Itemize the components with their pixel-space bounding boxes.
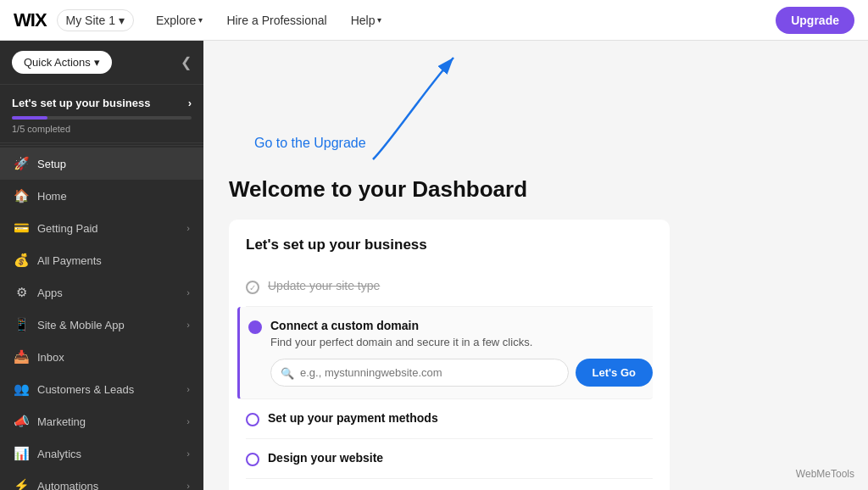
task-bullet-payment — [246, 413, 259, 426]
sidebar-collapse-button[interactable]: ❮ — [181, 54, 192, 70]
watermark: WebMeTools — [796, 468, 854, 480]
task-bullet-design — [246, 453, 259, 466]
wix-logo: WIX — [14, 9, 47, 31]
nav-label-9: Analytics — [37, 448, 81, 460]
upgrade-button[interactable]: Upgrade — [776, 7, 854, 34]
site-chevron-icon: ▾ — [119, 14, 125, 27]
dashboard-area: Welcome to your Dashboard Let's set up y… — [203, 176, 868, 490]
sidebar-item-apps[interactable]: ⚙ Apps › — [0, 276, 203, 309]
quick-actions-chevron-icon: ▾ — [94, 56, 100, 69]
top-navigation: WIX My Site 1 ▾ Explore ▾ Hire a Profess… — [0, 0, 868, 41]
help-chevron-icon: ▾ — [377, 15, 381, 25]
nav-arrow-5: › — [186, 320, 190, 330]
quick-actions-label: Quick Actions — [24, 56, 91, 69]
nav-label-10: Automations — [37, 480, 98, 491]
task-item-update-site-type: ✓ Update your site type — [246, 267, 653, 307]
progress-bar — [12, 116, 192, 120]
nav-label-0: Setup — [37, 158, 66, 170]
nav-label-7: Customers & Leads — [37, 383, 134, 396]
search-icon: 🔍 — [281, 366, 294, 379]
nav-label-8: Marketing — [37, 415, 86, 428]
sidebar-item-customers---leads[interactable]: 👥 Customers & Leads › — [0, 373, 203, 405]
setup-progress-card: Let's set up your business › 1/5 complet… — [0, 85, 203, 143]
nav-icon-6: 📥 — [14, 349, 29, 365]
sidebar-item-all-payments[interactable]: 💰 All Payments — [0, 244, 203, 276]
progress-fill — [12, 116, 47, 120]
explore-menu[interactable]: Explore ▾ — [147, 8, 211, 32]
nav-icon-7: 👥 — [14, 381, 29, 397]
setup-card-heading: Let's set up your business — [246, 237, 653, 253]
nav-icon-4: ⚙ — [14, 285, 29, 300]
quick-actions-button[interactable]: Quick Actions ▾ — [12, 51, 112, 74]
task-item-design-website: Design your website — [246, 439, 653, 479]
nav-label-1: Home — [37, 190, 67, 203]
setup-card-title[interactable]: Let's set up your business › — [12, 97, 192, 109]
task-item-google: Get found on Google — [246, 479, 653, 490]
annotation-area: Go to the Upgrade — [203, 41, 868, 176]
nav-arrow-10: › — [186, 481, 190, 490]
nav-arrow-2: › — [186, 223, 190, 233]
nav-arrow-7: › — [186, 384, 190, 394]
sidebar-item-analytics[interactable]: 📊 Analytics › — [0, 437, 203, 470]
task-title-design-website: Design your website — [268, 451, 653, 465]
nav-icon-9: 📊 — [14, 446, 29, 461]
help-menu[interactable]: Help ▾ — [342, 8, 391, 32]
site-name-label: My Site 1 — [66, 14, 115, 27]
domain-input-wrap: 🔍 — [270, 359, 569, 387]
sidebar-item-inbox[interactable]: 📥 Inbox — [0, 341, 203, 373]
nav-label-2: Getting Paid — [37, 222, 98, 235]
task-desc-custom-domain: Find your perfect domain and secure it i… — [270, 336, 653, 348]
sidebar-item-automations[interactable]: ⚡ Automations › — [0, 470, 203, 490]
nav-icon-2: 💳 — [14, 220, 29, 236]
task-title-update-site-type: Update your site type — [268, 279, 653, 292]
sidebar-item-site---mobile-app[interactable]: 📱 Site & Mobile App › — [0, 309, 203, 341]
nav-icon-8: 📣 — [14, 414, 29, 429]
nav-arrow-9: › — [186, 448, 190, 459]
task-bullet-active — [248, 320, 262, 334]
sidebar-item-home[interactable]: 🏠 Home — [0, 180, 203, 212]
nav-icon-0: 🚀 — [14, 156, 29, 171]
task-title-payment-methods: Set up your payment methods — [268, 411, 653, 425]
hire-professional-link[interactable]: Hire a Professional — [218, 8, 335, 32]
nav-label-5: Site & Mobile App — [37, 319, 125, 331]
nav-arrow-4: › — [186, 287, 190, 298]
sidebar: Quick Actions ▾ ❮ Let's set up your busi… — [0, 41, 203, 490]
setup-tasks-card: Let's set up your business ✓ Update your… — [229, 220, 670, 490]
sidebar-item-marketing[interactable]: 📣 Marketing › — [0, 405, 203, 437]
domain-search-input[interactable] — [270, 359, 569, 387]
task-title-custom-domain: Connect a custom domain — [270, 319, 653, 332]
lets-go-button[interactable]: Let's Go — [576, 359, 654, 387]
main-content: Go to the Upgrade Welcome to your Dashbo… — [203, 41, 868, 490]
nav-icon-3: 💰 — [14, 253, 29, 268]
nav-label-6: Inbox — [37, 351, 64, 364]
sidebar-item-setup[interactable]: 🚀 Setup — [0, 148, 203, 180]
domain-search-row: 🔍 Let's Go — [270, 359, 653, 387]
explore-chevron-icon: ▾ — [198, 15, 203, 25]
task-item-payment-methods: Set up your payment methods — [246, 399, 653, 439]
completed-count: 1/5 completed — [12, 124, 192, 134]
nav-icon-1: 🏠 — [14, 188, 29, 203]
sidebar-item-getting-paid[interactable]: 💳 Getting Paid › — [0, 212, 203, 244]
task-item-custom-domain: Connect a custom domain Find your perfec… — [237, 307, 653, 399]
sidebar-top-bar: Quick Actions ▾ ❮ — [0, 41, 203, 85]
site-name-dropdown[interactable]: My Site 1 ▾ — [57, 9, 134, 31]
upgrade-arrow-icon — [305, 41, 475, 168]
dashboard-title: Welcome to your Dashboard — [229, 176, 843, 203]
nav-icon-10: ⚡ — [14, 478, 29, 490]
nav-arrow-8: › — [186, 416, 190, 426]
setup-chevron-icon: › — [188, 97, 192, 109]
nav-items-list: 🚀 Setup 🏠 Home 💳 Getting Paid › 💰 All Pa… — [0, 143, 203, 490]
task-bullet-completed: ✓ — [246, 281, 259, 294]
nav-label-3: All Payments — [37, 254, 102, 267]
nav-icon-5: 📱 — [14, 317, 29, 332]
nav-label-4: Apps — [37, 287, 63, 299]
